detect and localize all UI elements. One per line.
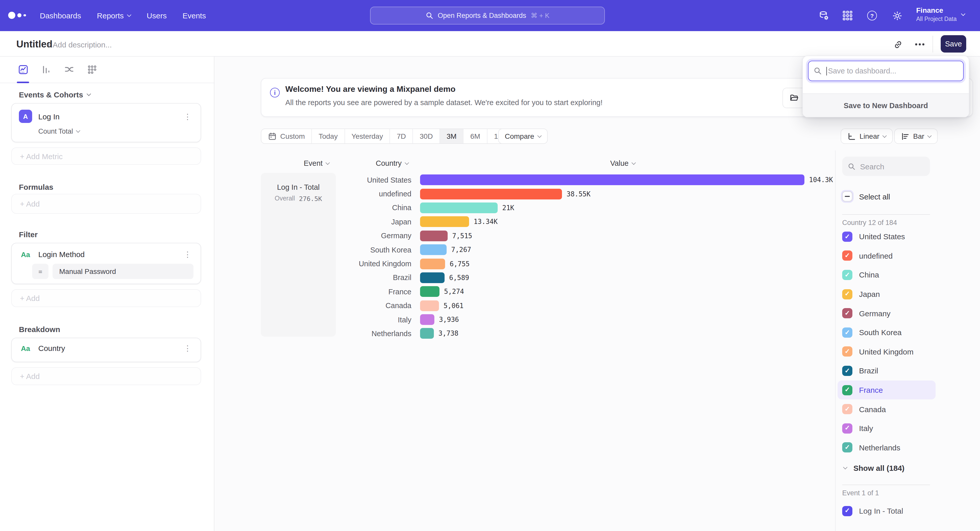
save-to-new-dashboard-button[interactable]: Save to New Dashboard (803, 94, 969, 117)
checkbox-checked[interactable]: ✓ (842, 231, 853, 242)
country-filter-item[interactable]: ✓undefined (838, 246, 935, 265)
tab-retention-icon[interactable] (86, 64, 97, 75)
range-30d[interactable]: 30D (413, 129, 439, 143)
nav-item-dashboards[interactable]: Dashboards (40, 11, 81, 20)
kebab-menu-icon[interactable]: ⋮ (182, 249, 193, 259)
column-header-value[interactable]: Value (610, 159, 635, 167)
metric-aggregation-dropdown[interactable]: Count Total (38, 127, 193, 135)
country-filter-item[interactable]: ✓Netherlands (838, 438, 935, 457)
events-cohorts-header[interactable]: Events & Cohorts (19, 90, 90, 99)
filter-operator-dropdown[interactable]: = (32, 264, 48, 279)
nav-item-users[interactable]: Users (147, 11, 167, 20)
value-bar[interactable] (420, 217, 469, 227)
tab-funnels-icon[interactable] (40, 64, 52, 75)
country-filter-item[interactable]: ✓United States (838, 227, 935, 246)
string-property-badge: Aa (19, 344, 32, 352)
kebab-menu-icon[interactable]: ⋮ (182, 343, 193, 353)
value-bar[interactable] (420, 258, 445, 269)
value-bar[interactable] (420, 231, 448, 241)
range-yesterday[interactable]: Yesterday (344, 129, 390, 143)
checkbox-checked[interactable]: ✓ (842, 308, 853, 318)
country-filter-item[interactable]: ✓France (838, 380, 935, 399)
add-breakdown-button[interactable]: + Add (11, 367, 201, 385)
add-formula-button[interactable]: + Add (11, 194, 201, 214)
nav-item-events[interactable]: Events (183, 11, 206, 20)
save-button[interactable]: Save (941, 35, 966, 52)
checkbox-checked[interactable]: ✓ (842, 385, 853, 395)
country-filter-item[interactable]: ✓Brazil (838, 361, 935, 380)
nav-item-reports[interactable]: Reports (97, 11, 131, 20)
checkbox-checked[interactable]: ✓ (842, 442, 853, 453)
filter-value-dropdown[interactable]: Manual Password (52, 264, 193, 279)
value-bar[interactable] (420, 174, 804, 185)
global-search-button[interactable]: Open Reports & Dashboards ⌘ + K (370, 6, 605, 24)
breakdown-property-name[interactable]: Country (38, 344, 65, 352)
compare-dropdown[interactable]: Compare (498, 128, 547, 144)
country-filter-item[interactable]: ✓Germany (838, 304, 935, 323)
column-header-country[interactable]: Country (375, 159, 408, 167)
filter-card-login-method[interactable]: Aa Login Method ⋮ = Manual Password (11, 243, 201, 284)
checkbox-checked[interactable]: ✓ (842, 404, 853, 414)
checkbox-checked[interactable]: ✓ (842, 347, 853, 357)
checkbox-indeterminate[interactable] (842, 191, 853, 201)
country-filter-item[interactable]: ✓United Kingdom (838, 342, 935, 361)
value-bar[interactable] (420, 287, 439, 297)
country-filter-item[interactable]: ✓South Korea (838, 323, 935, 342)
column-header-event[interactable]: Event (304, 159, 329, 167)
checkbox-checked[interactable]: ✓ (842, 328, 853, 338)
checkbox-checked[interactable]: ✓ (842, 270, 853, 280)
checkbox-checked[interactable]: ✓ (842, 251, 853, 261)
select-all-row[interactable]: Select all (842, 189, 890, 203)
country-filter-item[interactable]: ✓Italy (838, 419, 935, 438)
checkbox-checked[interactable]: ✓ (842, 423, 853, 433)
country-filter-item[interactable]: ✓Japan (838, 285, 935, 304)
legend-search-input[interactable]: Search (842, 157, 930, 176)
range-6m[interactable]: 6M (463, 129, 487, 143)
top-nav: Dashboards Reports Users Events Open Rep… (0, 0, 980, 31)
value-label: 6,589 (449, 274, 469, 282)
add-description-button[interactable]: + Add description... (46, 40, 112, 49)
value-bar[interactable] (420, 273, 445, 283)
range-3m[interactable]: 3M (439, 129, 463, 143)
range-7d[interactable]: 7D (390, 129, 413, 143)
value-bar[interactable] (420, 203, 498, 213)
checkbox-checked[interactable]: ✓ (842, 366, 853, 376)
metric-card-log-in[interactable]: A Log In ⋮ Count Total (11, 103, 201, 142)
range-custom[interactable]: Custom (261, 129, 311, 143)
copy-link-icon[interactable] (891, 38, 904, 51)
breakdown-card-country[interactable]: Aa Country ⋮ (11, 338, 201, 362)
data-management-icon[interactable] (818, 10, 829, 21)
help-icon[interactable]: ? (866, 10, 878, 21)
chart-type-dropdown[interactable]: Bar (894, 128, 938, 144)
save-to-dashboard-input[interactable]: Save to dashboard... (808, 61, 964, 81)
tab-insights-icon[interactable] (18, 64, 29, 75)
scale-dropdown[interactable]: Linear (841, 128, 893, 144)
event-filter-checkbox[interactable]: ✓ (842, 506, 853, 516)
value-bar[interactable] (420, 314, 434, 325)
checkbox-checked[interactable]: ✓ (842, 289, 853, 299)
metric-event-name[interactable]: Log In (38, 112, 59, 120)
add-metric-button[interactable]: + Add Metric (11, 147, 201, 165)
value-label: 6,755 (450, 260, 469, 268)
chevron-down-icon[interactable] (961, 12, 966, 16)
banner-subtitle: All the reports you see are powered by a… (285, 98, 603, 106)
settings-gear-icon[interactable] (891, 10, 903, 21)
value-bar[interactable] (420, 189, 562, 199)
value-bar[interactable] (420, 328, 434, 339)
chart-row: United States104.3K (215, 173, 835, 187)
show-all-button[interactable]: Show all (184) (844, 460, 904, 476)
country-filter-item[interactable]: ✓Canada (838, 399, 935, 419)
tab-flows-icon[interactable] (63, 64, 75, 75)
add-filter-button[interactable]: + Add (11, 289, 201, 307)
value-bar[interactable] (420, 244, 447, 255)
filter-property-name[interactable]: Login Method (38, 250, 85, 258)
apps-grid-icon[interactable] (842, 10, 853, 21)
range-today[interactable]: Today (311, 129, 344, 143)
event-filter-item[interactable]: ✓ Log In - Total (842, 501, 903, 520)
mixpanel-logo-icon[interactable] (8, 12, 26, 19)
more-options-button[interactable] (913, 38, 926, 51)
kebab-menu-icon[interactable]: ⋮ (182, 111, 193, 121)
value-bar[interactable] (420, 300, 439, 311)
project-switcher[interactable]: Finance All Project Data (916, 6, 957, 22)
country-filter-item[interactable]: ✓China (838, 265, 935, 284)
